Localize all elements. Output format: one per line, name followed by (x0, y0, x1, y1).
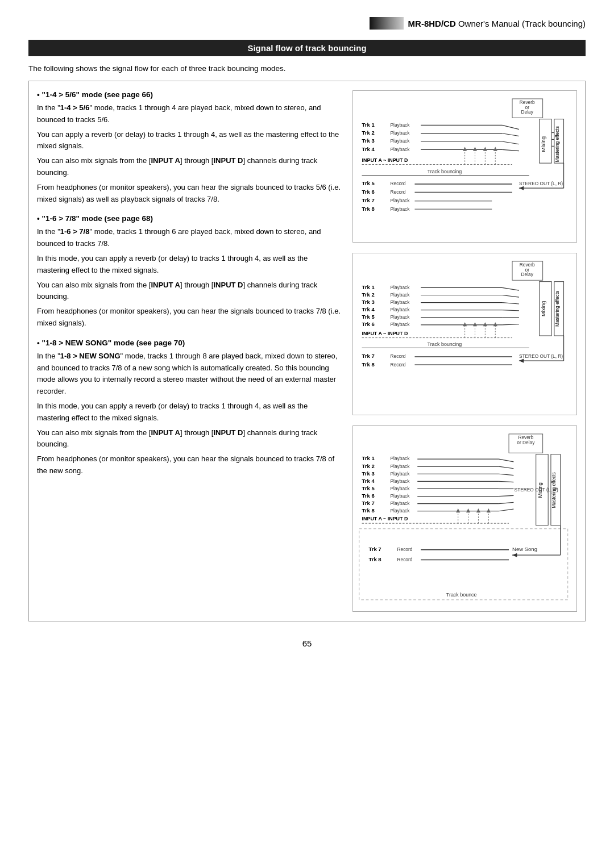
svg-text:Trk 8: Trk 8 (362, 361, 374, 368)
mode1-body: In the "1-4 > 5/6" mode, tracks 1 throug… (37, 102, 341, 205)
svg-text:INPUT A ~ INPUT D: INPUT A ~ INPUT D (362, 516, 408, 522)
mode1-title: • "1-4 > 5/6" mode (see page 66) (37, 90, 341, 99)
svg-marker-36 (493, 147, 497, 151)
svg-text:Trk 2: Trk 2 (362, 463, 374, 469)
header-bar: MR-8HD/CD Owner's Manual (Track bouncing… (28, 17, 586, 30)
svg-text:Trk 6: Trk 6 (362, 322, 374, 328)
svg-text:New Song: New Song (512, 546, 537, 552)
diagram2-svg: Reverb or Delay Mixing Mastering effects… (356, 258, 573, 410)
svg-text:Delay: Delay (521, 272, 533, 277)
svg-text:Playback: Playback (390, 456, 410, 462)
svg-text:Playback: Playback (390, 493, 410, 499)
svg-text:Trk 3: Trk 3 (362, 137, 374, 144)
svg-text:Record: Record (390, 181, 405, 186)
header-title-bold: MR-8HD/CD (408, 19, 456, 28)
svg-text:Playback: Playback (390, 198, 410, 203)
svg-text:Playback: Playback (390, 138, 410, 144)
svg-marker-54 (519, 186, 524, 190)
svg-line-86 (502, 324, 519, 325)
svg-text:Playback: Playback (390, 147, 410, 152)
diagram3: Reverb or Delay Mixing Mastering effects… (352, 425, 577, 612)
svg-text:Trk 1: Trk 1 (362, 284, 375, 290)
svg-text:Trk 8: Trk 8 (362, 206, 374, 212)
diagram1: Reverb or Delay Mixing Mastering effects… (352, 90, 577, 243)
svg-text:Playback: Playback (390, 299, 410, 305)
svg-text:Playback: Playback (390, 314, 410, 320)
svg-line-19 (502, 141, 519, 144)
mode2-body: In the "1-6 > 7/8" mode, tracks 1 throug… (37, 226, 341, 329)
svg-marker-158 (487, 508, 491, 512)
svg-marker-34 (473, 147, 477, 151)
svg-text:Trk 7: Trk 7 (362, 197, 374, 203)
svg-text:Playback: Playback (390, 508, 410, 514)
svg-text:Trk 2: Trk 2 (362, 130, 374, 136)
svg-text:Trk 3: Trk 3 (362, 470, 374, 477)
svg-text:Playback: Playback (390, 471, 410, 477)
svg-marker-33 (463, 147, 467, 151)
svg-line-144 (499, 503, 513, 504)
svg-line-148 (499, 509, 513, 511)
svg-text:Record: Record (390, 354, 405, 360)
svg-line-11 (502, 125, 519, 129)
svg-marker-157 (476, 508, 480, 512)
svg-text:or Delay: or Delay (517, 440, 535, 445)
svg-marker-155 (456, 508, 460, 512)
mode3-section: • "1-8 > NEW SONG" mode (see page 70) In… (37, 339, 341, 477)
svg-text:Playback: Playback (390, 464, 410, 469)
header-gradient-block (370, 17, 404, 30)
svg-marker-93 (463, 322, 467, 326)
svg-text:Trk 3: Trk 3 (362, 299, 374, 305)
svg-line-23 (502, 149, 519, 151)
svg-text:Playback: Playback (390, 322, 410, 328)
svg-text:Trk 2: Trk 2 (362, 291, 374, 298)
svg-text:Trk 7: Trk 7 (362, 500, 374, 506)
svg-line-132 (499, 482, 513, 482)
svg-text:Trk 6: Trk 6 (362, 189, 374, 195)
svg-rect-159 (359, 529, 568, 600)
svg-marker-95 (483, 322, 487, 326)
svg-text:Mixing: Mixing (540, 301, 546, 317)
svg-line-70 (502, 295, 519, 298)
svg-line-66 (502, 288, 519, 291)
svg-marker-94 (473, 322, 477, 326)
svg-marker-35 (483, 147, 487, 151)
svg-text:Trk 4: Trk 4 (362, 146, 375, 152)
svg-text:Trk 5: Trk 5 (362, 485, 375, 491)
mode3-body: In the "1-8 > NEW SONG" mode, tracks 1 t… (37, 350, 341, 477)
svg-text:Trk 8: Trk 8 (362, 507, 374, 514)
mode2-section: • "1-6 > 7/8" mode (see page 68) In the … (37, 214, 341, 329)
svg-text:Record: Record (397, 546, 412, 552)
diagram2: Reverb or Delay Mixing Mastering effects… (352, 253, 577, 415)
svg-text:Playback: Playback (390, 285, 410, 290)
svg-text:Playback: Playback (390, 307, 410, 312)
svg-text:Trk 7: Trk 7 (362, 353, 374, 360)
svg-text:Playback: Playback (390, 206, 410, 212)
svg-line-128 (499, 474, 513, 475)
svg-text:STEREO OUT (L, R): STEREO OUT (L, R) (519, 181, 563, 186)
svg-text:Trk 8: Trk 8 (368, 556, 381, 562)
svg-text:Playback: Playback (390, 130, 410, 136)
svg-text:Record: Record (390, 189, 405, 195)
right-column: Reverb or Delay Mixing Mastering effects… (352, 90, 577, 612)
svg-text:Playback: Playback (390, 122, 410, 128)
svg-text:Trk 6: Trk 6 (362, 493, 374, 499)
left-column: • "1-4 > 5/6" mode (see page 66) In the … (37, 90, 341, 612)
svg-text:Playback: Playback (390, 486, 410, 491)
header-title: MR-8HD/CD Owner's Manual (Track bouncing… (408, 19, 586, 28)
svg-line-124 (499, 466, 513, 469)
svg-text:Trk 7: Trk 7 (368, 546, 381, 552)
svg-text:Track bounce: Track bounce (446, 592, 477, 598)
svg-marker-170 (512, 553, 517, 557)
svg-text:Track bouncing: Track bouncing (427, 341, 462, 347)
svg-text:INPUT A ~ INPUT D: INPUT A ~ INPUT D (362, 157, 408, 163)
mode3-title: • "1-8 > NEW SONG" mode (see page 70) (37, 339, 341, 347)
svg-text:Mastering effects: Mastering effects (554, 291, 560, 327)
intro-text: The following shows the signal flow for … (28, 64, 586, 73)
header-title-rest: Owner's Manual (Track bouncing) (456, 19, 586, 28)
svg-text:Delay: Delay (521, 109, 533, 115)
svg-marker-96 (493, 322, 497, 326)
svg-text:Trk 5: Trk 5 (362, 314, 375, 320)
svg-text:Record: Record (390, 362, 405, 368)
svg-text:Trk 5: Trk 5 (362, 180, 375, 186)
mode2-title: • "1-6 > 7/8" mode (see page 68) (37, 214, 341, 223)
